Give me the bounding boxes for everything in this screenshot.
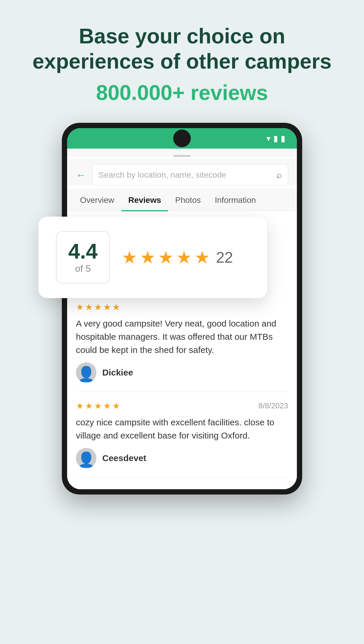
reviewer-1-name: Dickiee <box>102 368 133 378</box>
star-4: ★ <box>176 247 192 268</box>
tab-photos[interactable]: Photos <box>168 188 208 211</box>
mini-star-2-2: ★ <box>85 401 93 411</box>
review-count: 22 <box>216 249 233 266</box>
mini-star-2-5: ★ <box>112 401 120 411</box>
avatar-2-icon: 👤 <box>77 451 95 468</box>
title-line2: experiences of other campers <box>33 50 331 73</box>
star-3: ★ <box>158 247 174 268</box>
search-bar[interactable]: Search by location, name, sitecode ⌕ <box>92 164 288 186</box>
avatar-1-icon: 👤 <box>77 366 95 383</box>
star-1: ★ <box>122 247 137 268</box>
search-area: ← Search by location, name, sitecode ⌕ <box>67 159 297 186</box>
rating-card: 4.4 of 5 ★ ★ ★ ★ ★ 22 <box>38 217 267 298</box>
rating-of-label: of 5 <box>68 263 98 274</box>
tab-information[interactable]: Information <box>208 188 263 211</box>
mini-star-2-3: ★ <box>94 401 102 411</box>
phone-screen: ▾ ▮ ▮ ← Search by location, name, siteco… <box>67 128 297 489</box>
star-row: ★ ★ ★ ★ ★ <box>122 247 210 268</box>
star-2: ★ <box>140 247 156 268</box>
camera-notch <box>173 130 191 147</box>
title-line1: Base your choice on <box>79 24 285 48</box>
rating-score: 4.4 <box>68 241 98 262</box>
mini-star-1: ★ <box>76 302 84 312</box>
search-placeholder: Search by location, name, sitecode <box>98 170 226 180</box>
status-icons: ▾ ▮ ▮ <box>266 134 285 143</box>
back-arrow-icon[interactable]: ← <box>76 169 86 181</box>
tab-reviews[interactable]: Reviews <box>121 188 168 211</box>
mini-star-4: ★ <box>103 302 111 312</box>
mini-star-2-4: ★ <box>103 401 111 411</box>
mini-star-2: ★ <box>85 302 93 312</box>
reviewer-2-avatar: 👤 <box>76 448 96 468</box>
tab-overview[interactable]: Overview <box>73 188 121 211</box>
mini-star-2-1: ★ <box>76 401 84 411</box>
reviewer-2: 👤 Ceesdevet <box>76 448 288 468</box>
mini-star-5: ★ <box>112 302 120 312</box>
header-title: Base your choice on experiences of other… <box>23 23 341 74</box>
rating-box: 4.4 of 5 <box>56 231 110 283</box>
review-2-stars: ★ ★ ★ ★ ★ <box>76 401 120 411</box>
status-bar: ▾ ▮ ▮ <box>67 128 297 149</box>
review-item-1: ★ ★ ★ ★ ★ A very good campsite! Very nea… <box>76 293 288 392</box>
review-1-text: A very good campsite! Very neat, good lo… <box>76 317 288 356</box>
review-2-header: ★ ★ ★ ★ ★ 8/8/2023 <box>76 401 288 411</box>
reviews-content: ★ ★ ★ ★ ★ A very good campsite! Very nea… <box>67 293 297 478</box>
battery-icon: ▮ <box>281 134 285 143</box>
scroll-indicator <box>173 155 191 157</box>
review-1-header: ★ ★ ★ ★ ★ <box>76 302 288 312</box>
reviewer-1: 👤 Dickiee <box>76 362 288 383</box>
header-section: Base your choice on experiences of other… <box>0 0 364 123</box>
review-2-text: cozy nice campsite with excellent facili… <box>76 416 288 442</box>
review-item-2: ★ ★ ★ ★ ★ 8/8/2023 cozy nice campsite wi… <box>76 392 288 478</box>
review-1-stars: ★ ★ ★ ★ ★ <box>76 302 120 312</box>
wifi-icon: ▾ <box>266 134 271 143</box>
reviewer-1-avatar: 👤 <box>76 362 96 383</box>
tabs-bar: Overview Reviews Photos Information <box>67 188 297 211</box>
review-2-date: 8/8/2023 <box>258 401 288 410</box>
search-icon: ⌕ <box>277 170 282 180</box>
star-5: ★ <box>194 247 210 268</box>
phone-container: 4.4 of 5 ★ ★ ★ ★ ★ 22 ▾ ▮ ▮ <box>50 123 314 495</box>
reviewer-2-name: Ceesdevet <box>102 453 146 463</box>
signal-icon: ▮ <box>273 134 278 143</box>
phone-frame: ▾ ▮ ▮ ← Search by location, name, siteco… <box>62 123 302 495</box>
stars-count-section: ★ ★ ★ ★ ★ 22 <box>122 247 233 268</box>
mini-star-3: ★ <box>94 302 102 312</box>
header-subtitle: 800.000+ reviews <box>23 80 341 105</box>
